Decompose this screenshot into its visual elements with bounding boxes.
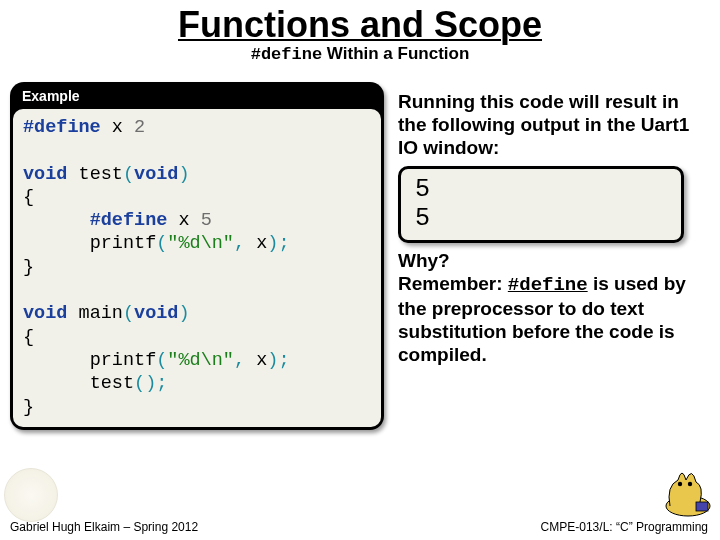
svg-point-2	[678, 482, 682, 486]
output-line-1: 5	[415, 175, 667, 205]
tok-define: #define	[90, 210, 168, 231]
mascot-icon	[652, 462, 714, 518]
subtitle-define: #define	[251, 45, 322, 64]
tok-indent	[23, 210, 90, 231]
tok-indent	[23, 233, 90, 254]
tok-brace: {	[23, 327, 34, 348]
tok-paren: )	[178, 303, 189, 324]
slide-subtitle: #define Within a Function	[0, 44, 720, 64]
content-area: Example #define x 2 void test(void) { #d…	[10, 82, 710, 512]
tok-paren: );	[267, 350, 289, 371]
footer-right: CMPE-013/L: “C” Programming	[541, 520, 708, 534]
tok-paren: (	[156, 350, 167, 371]
tok: test	[67, 164, 123, 185]
tok-num: 5	[201, 210, 212, 231]
footer-left: Gabriel Hugh Elkaim – Spring 2012	[10, 520, 198, 534]
tok-paren: (	[123, 164, 134, 185]
tok: x	[245, 350, 267, 371]
tok-num: 2	[134, 117, 145, 138]
tok-paren: (	[156, 233, 167, 254]
tok-fn: printf	[90, 350, 157, 371]
output-line-2: 5	[415, 204, 667, 234]
seal-icon	[4, 468, 58, 522]
tok-paren: )	[178, 164, 189, 185]
tok-indent	[23, 350, 90, 371]
svg-point-3	[688, 482, 692, 486]
tok-fn: test	[90, 373, 134, 394]
tok: x	[167, 210, 200, 231]
tok-comma: ,	[234, 233, 245, 254]
tok-void: void	[23, 303, 67, 324]
tok-paren: (	[123, 303, 134, 324]
why-label: Why?	[398, 250, 450, 271]
tok-comma: ,	[234, 350, 245, 371]
tok-str: "%d\n"	[167, 233, 234, 254]
tok: x	[101, 117, 134, 138]
tok: x	[245, 233, 267, 254]
tok-paren: ();	[134, 373, 167, 394]
tok-void: void	[134, 164, 178, 185]
tok-define: #define	[23, 117, 101, 138]
tok-brace: {	[23, 187, 34, 208]
remember-prefix: Remember:	[398, 273, 508, 294]
tok-brace: }	[23, 257, 34, 278]
why-block: Why? Remember: #define is used by the pr…	[398, 249, 712, 367]
tok-brace: }	[23, 397, 34, 418]
remember-define: #define	[508, 274, 588, 296]
code-body: #define x 2 void test(void) { #define x …	[13, 109, 381, 427]
tok: main	[67, 303, 123, 324]
explanation-block: Running this code will result in the fol…	[398, 90, 712, 366]
code-panel: Example #define x 2 void test(void) { #d…	[10, 82, 384, 430]
tok-paren: );	[267, 233, 289, 254]
svg-rect-1	[696, 502, 708, 511]
tok-fn: printf	[90, 233, 157, 254]
subtitle-rest: Within a Function	[322, 44, 469, 63]
example-label: Example	[10, 86, 384, 109]
tok-void: void	[134, 303, 178, 324]
tok-void: void	[23, 164, 67, 185]
output-box: 5 5	[398, 166, 684, 243]
tok-indent	[23, 373, 90, 394]
tok-str: "%d\n"	[167, 350, 234, 371]
intro-text: Running this code will result in the fol…	[398, 90, 712, 160]
slide-title: Functions and Scope	[0, 4, 720, 46]
